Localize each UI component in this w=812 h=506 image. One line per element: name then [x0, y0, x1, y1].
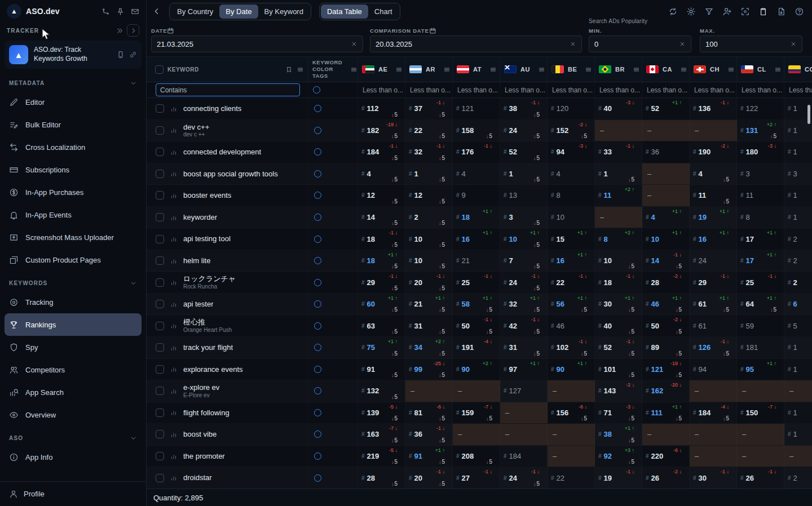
table-row[interactable]: connected development#184-1 ↓↓5#32-1 ↓↓5… — [147, 141, 812, 163]
sidebar-item-spy[interactable]: Spy — [5, 336, 142, 358]
rank-filter-AU[interactable]: Less than o... — [500, 82, 548, 97]
vertical-scrollbar[interactable] — [807, 105, 810, 124]
pin-button[interactable] — [116, 7, 125, 16]
section-header-metadata[interactable]: METADATA — [0, 71, 146, 91]
table-row[interactable]: booster events#12↓5#12↓5#9#13#8#11+2 ↑–#… — [147, 185, 812, 207]
table-row[interactable]: droidstar#28↓5#20-1 ↓↓5#27-1 ↓#24-1 ↓↓5#… — [147, 467, 812, 489]
keyword-chart-button[interactable] — [170, 430, 178, 438]
color-tag-circle[interactable] — [314, 257, 321, 264]
country-header-AU[interactable]: AU — [500, 57, 548, 82]
flow-button[interactable] — [102, 7, 110, 16]
color-tag-circle[interactable] — [314, 214, 321, 221]
keyword-chart-button[interactable] — [170, 365, 178, 373]
rank-filter-CO[interactable]: Less than o... — [784, 82, 812, 97]
color-tag-circle[interactable] — [314, 409, 321, 416]
keyword-chart-button[interactable] — [170, 148, 178, 156]
color-tag-filter-circle[interactable] — [313, 86, 320, 94]
sidebar-item-custom-product-pages[interactable]: Custom Product Pages — [5, 248, 142, 271]
sidebar-item-editor[interactable]: Editor — [5, 91, 142, 113]
popularity-max-input[interactable] — [705, 40, 787, 48]
clear-comparison-date-button[interactable] — [570, 41, 576, 47]
country-column-menu-button[interactable] — [538, 66, 545, 73]
color-tag-circle[interactable] — [314, 300, 321, 308]
country-header-BE[interactable]: BE — [548, 57, 595, 82]
sidebar-item-app-info[interactable]: App Info — [5, 446, 142, 468]
user-plus-button[interactable] — [722, 7, 732, 16]
section-header-keywords[interactable]: KEYWORDS — [0, 271, 146, 291]
country-header-CA[interactable]: CA — [642, 57, 690, 82]
row-checkbox[interactable] — [156, 409, 164, 417]
color-tag-circle[interactable] — [314, 236, 321, 243]
tab-by-date[interactable]: By Date — [219, 5, 258, 19]
clear-max-button[interactable] — [790, 41, 797, 47]
clipboard-button[interactable] — [758, 7, 768, 16]
comparison-date-input[interactable] — [376, 40, 566, 48]
country-header-AR[interactable]: AR — [405, 57, 453, 82]
table-row[interactable]: 橙心推Orange Heart Push#63↓5#31↓5#50-1 ↓↓5#… — [147, 315, 812, 337]
country-column-menu-button[interactable] — [633, 66, 640, 73]
color-tag-circle[interactable] — [314, 127, 321, 134]
table-row[interactable]: dev c++dev c ++#182-19 ↓↓5#22↓5#158↓5#24… — [147, 120, 812, 142]
keyword-chart-button[interactable] — [170, 474, 178, 482]
country-header-CL[interactable]: CL — [737, 57, 784, 82]
keyword-chart-button[interactable] — [170, 322, 178, 330]
mail-button[interactable] — [131, 7, 139, 16]
section-header-aso[interactable]: ASO — [0, 426, 146, 446]
popularity-min-input[interactable] — [594, 40, 676, 48]
row-checkbox[interactable] — [156, 104, 164, 113]
country-column-menu-button[interactable] — [727, 66, 735, 73]
app-link-button[interactable] — [129, 51, 137, 59]
row-checkbox[interactable] — [156, 452, 164, 460]
country-header-CO[interactable]: CO — [784, 57, 812, 82]
sidebar-item-bulk-editor[interactable]: Bulk Editor — [5, 113, 142, 136]
row-checkbox[interactable] — [156, 300, 164, 308]
row-checkbox[interactable] — [156, 430, 164, 438]
refresh-button[interactable] — [668, 7, 678, 16]
date-input[interactable] — [157, 40, 347, 48]
table-row[interactable]: api tester#60+1 ↑↓5#21+1 ↑↓5#58+1 ↑↓5#32… — [147, 294, 812, 316]
tracked-app-card[interactable]: ▲ ASO.dev: Track Keywords Growth — [5, 41, 142, 69]
color-tags-column-menu-button[interactable] — [350, 66, 358, 73]
table-row[interactable]: boost app social growth tools#4↓5#1↓5#4#… — [147, 163, 812, 185]
color-tag-circle[interactable] — [314, 430, 321, 438]
row-checkbox[interactable] — [156, 322, 164, 330]
color-tag-circle[interactable] — [314, 192, 321, 199]
table-row[interactable]: keyworder#14↓5#2↓5#18+1 ↑#3↓5#10–#4+1 ↑#… — [147, 207, 812, 229]
sidebar-item-overview[interactable]: Overview — [5, 403, 142, 426]
country-column-menu-button[interactable] — [585, 66, 592, 73]
sidebar-item-rankings[interactable]: Rankings — [5, 313, 142, 336]
row-checkbox[interactable] — [156, 256, 164, 265]
country-column-menu-button[interactable] — [680, 66, 687, 73]
color-tag-circle[interactable] — [314, 322, 321, 330]
select-all-checkbox[interactable] — [155, 65, 164, 74]
keyword-chart-button[interactable] — [170, 278, 178, 286]
country-column-menu-button[interactable] — [443, 66, 451, 73]
rank-filter-CA[interactable]: Less than o... — [642, 82, 690, 97]
color-tag-circle[interactable] — [314, 279, 321, 286]
keyword-chart-button[interactable] — [170, 105, 178, 113]
sidebar-item-screenshot-mass-uploader[interactable]: Screenshot Mass Uploader — [5, 226, 142, 248]
rank-filter-BR[interactable]: Less than o... — [595, 82, 642, 97]
color-tag-circle[interactable] — [314, 474, 321, 482]
contains-filter-input[interactable] — [156, 83, 300, 96]
tab-chart[interactable]: Chart — [368, 5, 399, 19]
row-checkbox[interactable] — [156, 170, 164, 178]
keyword-chart-button[interactable] — [170, 126, 178, 134]
keyword-chart-button[interactable] — [170, 409, 178, 416]
row-checkbox[interactable] — [156, 474, 164, 482]
file-export-button[interactable] — [776, 7, 786, 16]
calendar-icon[interactable] — [167, 27, 174, 34]
keyword-chart-button[interactable] — [170, 170, 178, 177]
rank-filter-AT[interactable]: Less than o... — [453, 82, 500, 97]
device-phone-button[interactable] — [117, 51, 125, 59]
sidebar-item-profile[interactable]: Profile — [0, 481, 146, 506]
keyword-chart-button[interactable] — [170, 257, 178, 265]
table-row[interactable]: e-xplore evE-Plore ev#132↓5––#127–#143-2… — [147, 380, 812, 402]
table-row[interactable]: api testing tool#18-1 ↓↓5#10↓5#16+1 ↑#10… — [147, 228, 812, 250]
color-tag-circle[interactable] — [314, 452, 321, 460]
clear-date-button[interactable] — [351, 41, 358, 47]
keyword-chart-button[interactable] — [170, 192, 178, 199]
row-checkbox[interactable] — [156, 343, 164, 352]
table-row[interactable]: helm lite#18+1 ↑↓5#10↓5#21#7↓5#16+1 ↑#10… — [147, 250, 812, 272]
row-checkbox[interactable] — [156, 213, 164, 221]
